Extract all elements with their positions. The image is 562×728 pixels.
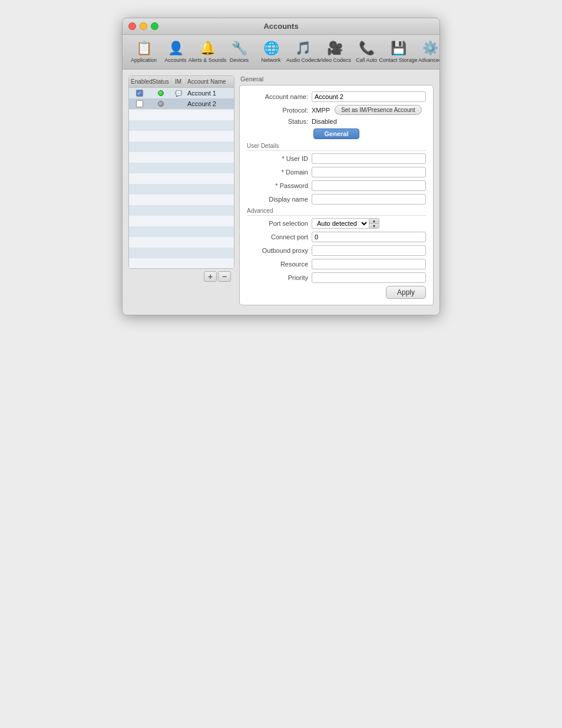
- toolbar-call-auto[interactable]: 📞 Call Auto: [351, 38, 382, 65]
- resource-row: Resource: [247, 259, 426, 269]
- general-tab-container: General: [247, 129, 426, 139]
- toolbar-network[interactable]: 🌐 Network: [256, 38, 286, 65]
- contact-storage-icon: 💾: [391, 41, 406, 56]
- port-selection-stepper-up[interactable]: ▲: [369, 219, 379, 224]
- account-row-2[interactable]: Account 2: [129, 98, 234, 109]
- port-selection-stepper-down[interactable]: ▼: [369, 224, 379, 229]
- status-row: Status: Disabled: [247, 118, 426, 125]
- account-name-2: Account 2: [187, 100, 216, 107]
- enabled-cell-1[interactable]: [129, 89, 150, 97]
- general-tab-button[interactable]: General: [313, 129, 360, 139]
- toolbar-audio-codecs-label: Audio Codecs: [286, 57, 319, 63]
- accounts-table-header: Enabled Status IM Account Name: [129, 76, 234, 88]
- toolbar-devices[interactable]: 🔧 Devices: [224, 38, 254, 65]
- domain-input[interactable]: [312, 167, 426, 177]
- accounts-window: Accounts 📋 Application 👤 Accounts 🔔 Aler…: [122, 18, 440, 315]
- add-account-button[interactable]: +: [204, 271, 217, 282]
- name-cell-2: Account 2: [186, 100, 234, 108]
- network-icon: 🌐: [263, 41, 279, 56]
- status-cell-1: [150, 89, 171, 97]
- resource-input[interactable]: [312, 259, 426, 269]
- priority-label: Priority: [247, 274, 312, 281]
- general-section-label: General: [239, 75, 434, 83]
- connect-port-row: Connect port: [247, 232, 426, 242]
- accounts-icon: 👤: [168, 41, 184, 56]
- password-label: * Password: [247, 182, 312, 189]
- advanced-icon: ⚙️: [422, 41, 438, 56]
- domain-label: * Domain: [247, 169, 312, 176]
- user-id-label: * User ID: [247, 155, 312, 162]
- alerts-icon: 🔔: [200, 41, 216, 56]
- account-name-input[interactable]: [312, 91, 426, 102]
- status-cell-2: [150, 100, 171, 108]
- toolbar-application[interactable]: 📋 Application: [128, 38, 159, 65]
- priority-row: Priority: [247, 272, 426, 283]
- col-header-name: Account Name: [186, 77, 234, 86]
- enabled-checkbox-2[interactable]: [136, 100, 143, 107]
- im-cell-1: 💬: [171, 89, 186, 97]
- general-form-box: Account name: Protocol: XMPP Set as IM/P…: [239, 85, 434, 305]
- video-codecs-icon: 🎥: [327, 41, 343, 56]
- password-input[interactable]: [312, 180, 426, 191]
- toolbar-advanced[interactable]: ⚙️ Advanced: [415, 38, 440, 65]
- im-cell-2: [171, 100, 186, 108]
- status-dot-2: [158, 101, 164, 107]
- user-id-input[interactable]: [312, 153, 426, 164]
- port-selection-row: Port selection Auto detected Manual ▲ ▼: [247, 218, 426, 229]
- name-cell-1: Account 1: [186, 89, 234, 97]
- account-name-label: Account name:: [247, 93, 312, 100]
- apply-row: Apply: [247, 286, 426, 299]
- display-name-input[interactable]: [312, 194, 426, 205]
- toolbar-accounts-label: Accounts: [164, 57, 186, 63]
- account-row-1[interactable]: 💬 Account 1: [129, 88, 234, 98]
- set-presence-button[interactable]: Set as IM/Presence Account: [335, 105, 422, 115]
- user-id-row: * User ID: [247, 153, 426, 164]
- toolbar-contact-storage-label: Contact Storage: [379, 57, 417, 63]
- left-panel: Enabled Status IM Account Name 💬: [128, 75, 234, 309]
- status-label: Status:: [247, 118, 312, 125]
- call-auto-icon: 📞: [359, 41, 375, 56]
- titlebar: Accounts: [123, 18, 439, 35]
- toolbar-contact-storage[interactable]: 💾 Contact Storage: [383, 38, 414, 65]
- priority-input[interactable]: [312, 272, 426, 283]
- toolbar-devices-label: Devices: [230, 57, 249, 63]
- maximize-button[interactable]: [151, 22, 158, 30]
- port-selection-select[interactable]: Auto detected Manual: [312, 218, 369, 229]
- user-details-label: User Details: [247, 143, 426, 151]
- col-header-status: Status: [150, 77, 171, 86]
- close-button[interactable]: [128, 22, 136, 30]
- outbound-proxy-row: Outbound proxy: [247, 245, 426, 256]
- col-header-im: IM: [171, 77, 186, 86]
- accounts-table: Enabled Status IM Account Name 💬: [128, 75, 234, 269]
- account-name-1: Account 1: [187, 90, 216, 97]
- main-content: Enabled Status IM Account Name 💬: [123, 70, 439, 315]
- protocol-row: Protocol: XMPP Set as IM/Presence Accoun…: [247, 105, 426, 115]
- domain-row: * Domain: [247, 167, 426, 177]
- account-name-row: Account name:: [247, 91, 426, 102]
- toolbar-alerts[interactable]: 🔔 Alerts & Sounds: [192, 38, 223, 65]
- devices-icon: 🔧: [232, 41, 247, 56]
- enabled-cell-2[interactable]: [129, 100, 150, 108]
- toolbar: 📋 Application 👤 Accounts 🔔 Alerts & Soun…: [123, 35, 439, 70]
- enabled-checkbox-1[interactable]: [136, 90, 143, 97]
- col-header-enabled: Enabled: [129, 77, 150, 86]
- toolbar-video-codecs[interactable]: 🎥 Video Codecs: [319, 38, 350, 65]
- empty-rows: [129, 109, 234, 268]
- table-actions: + −: [128, 269, 234, 284]
- audio-codecs-icon: 🎵: [295, 41, 311, 56]
- outbound-proxy-label: Outbound proxy: [247, 247, 312, 254]
- connect-port-label: Connect port: [247, 233, 312, 241]
- minimize-button[interactable]: [140, 22, 147, 30]
- toolbar-audio-codecs[interactable]: 🎵 Audio Codecs: [287, 38, 318, 65]
- right-panel: General Account name: Protocol: XMPP Set…: [239, 75, 434, 309]
- outbound-proxy-input[interactable]: [312, 245, 426, 256]
- traffic-lights: [128, 22, 158, 30]
- protocol-label: Protocol:: [247, 107, 312, 114]
- apply-button[interactable]: Apply: [386, 286, 426, 299]
- remove-account-button[interactable]: −: [218, 271, 231, 282]
- connect-port-input[interactable]: [312, 232, 426, 242]
- toolbar-accounts[interactable]: 👤 Accounts: [160, 38, 191, 65]
- status-value: Disabled: [312, 118, 337, 125]
- display-name-label: Display name: [247, 196, 312, 203]
- resource-label: Resource: [247, 261, 312, 268]
